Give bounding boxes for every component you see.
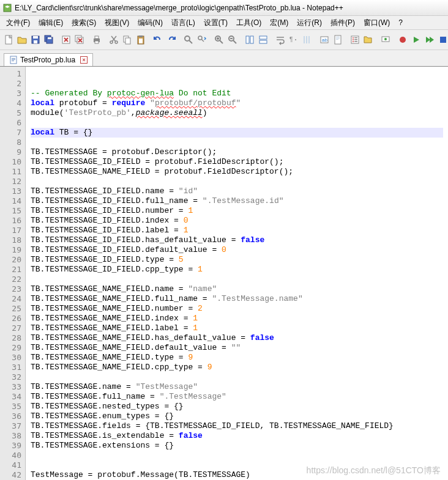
app-icon (2, 3, 12, 13)
line-number: 37 (1, 421, 21, 431)
line-number: 16 (1, 216, 21, 226)
zoom-out-icon[interactable] (226, 33, 239, 46)
redo-icon[interactable] (165, 33, 177, 46)
close-file-icon[interactable] (60, 33, 72, 46)
code-line[interactable]: TB.TESTMESSAGE_NAME_FIELD.has_default_va… (31, 333, 443, 343)
line-number: 12 (1, 177, 21, 186)
code-line[interactable] (31, 118, 443, 128)
show-all-icon[interactable]: ¶ (288, 33, 300, 46)
code-line[interactable]: TB.TESTMESSAGE_NAME_FIELD.cpp_type = 9 (31, 363, 443, 372)
code-content[interactable]: -- Generated By protoc-gen-lua Do not Ed… (26, 67, 448, 480)
code-line[interactable]: TB.TESTMESSAGE_ID_FIELD.label = 1 (31, 226, 443, 235)
code-line[interactable]: local protobuf = require "protobuf/proto… (31, 98, 443, 108)
menu-item[interactable]: ? (395, 17, 406, 28)
line-number: 11 (1, 167, 21, 177)
code-line[interactable]: TB.TESTMESSAGE.full_name = ".TestMessage… (31, 392, 443, 402)
code-line[interactable]: TB.TESTMESSAGE_NAME_FIELD.full_name = ".… (31, 294, 443, 304)
code-line[interactable]: TB.TESTMESSAGE.name = "TestMessage" (31, 382, 443, 392)
line-number: 21 (1, 265, 21, 275)
code-line[interactable]: TB.TESTMESSAGE.is_extendable = false (31, 431, 443, 441)
lang-icon[interactable]: ab (318, 33, 330, 46)
open-file-icon[interactable] (16, 33, 28, 46)
svg-rect-27 (259, 36, 267, 39)
replace-icon[interactable] (196, 33, 208, 46)
code-line[interactable] (31, 177, 443, 186)
menu-item[interactable]: 编码(N) (134, 17, 166, 29)
undo-icon[interactable] (152, 33, 164, 46)
code-line[interactable]: TB.TESTMESSAGE_NAME_FIELD = protobuf.Fie… (31, 167, 443, 177)
svg-point-39 (353, 39, 354, 40)
sync-h-icon[interactable] (257, 33, 269, 46)
line-number: 23 (1, 284, 21, 294)
sync-v-icon[interactable] (244, 33, 256, 46)
record-icon[interactable] (397, 33, 409, 46)
tab-close-icon[interactable]: × (80, 56, 88, 64)
menu-item[interactable]: 插件(P) (327, 17, 359, 29)
code-line[interactable]: TB.TESTMESSAGE_ID_FIELD.full_name = ".Te… (31, 196, 443, 206)
menu-item[interactable]: 窗口(W) (360, 17, 394, 29)
menu-item[interactable]: 文件(F) (2, 17, 34, 29)
code-line[interactable]: TB.TESTMESSAGE_ID_FIELD.number = 1 (31, 206, 443, 216)
find-icon[interactable] (182, 33, 195, 46)
line-number: 38 (1, 431, 21, 441)
menu-item[interactable]: 视图(V) (101, 17, 133, 29)
stop-icon[interactable] (437, 33, 448, 46)
code-line[interactable] (31, 138, 443, 147)
wrap-icon[interactable] (274, 33, 286, 46)
menu-item[interactable]: 编辑(E) (35, 17, 67, 29)
window-title: E:\LY_Card\client\src\trunk\share\messag… (15, 4, 343, 12)
code-line[interactable]: TB.TESTMESSAGE_NAME_FIELD.type = 9 (31, 353, 443, 363)
code-line[interactable]: TB.TESTMESSAGE_ID_FIELD.cpp_type = 1 (31, 265, 443, 275)
code-line[interactable]: TB.TESTMESSAGE_ID_FIELD.has_default_valu… (31, 235, 443, 245)
code-line[interactable]: TB.TESTMESSAGE.enum_types = {} (31, 412, 443, 421)
menu-item[interactable]: 宏(M) (266, 17, 292, 29)
menu-item[interactable]: 搜索(S) (68, 17, 100, 29)
paste-icon[interactable] (135, 33, 147, 46)
code-line[interactable]: module('TestProto_pb',package.seeall) (31, 108, 443, 118)
close-all-icon[interactable] (73, 33, 86, 46)
code-line[interactable]: TB.TESTMESSAGE.nested_types = {} (31, 402, 443, 412)
cut-icon[interactable] (108, 33, 120, 46)
play-multi-icon[interactable] (424, 33, 436, 46)
code-line[interactable]: TB.TESTMESSAGE.extensions = {} (31, 441, 443, 451)
code-line[interactable]: TB.TESTMESSAGE_NAME_FIELD.label = 1 (31, 323, 443, 333)
svg-point-21 (185, 36, 190, 41)
code-line[interactable]: TB.TESTMESSAGE_NAME_FIELD.default_value … (31, 343, 443, 353)
code-line[interactable]: TB.TESTMESSAGE.fields = {TB.TESTMESSAGE_… (31, 421, 443, 431)
indent-guide-icon[interactable] (301, 33, 313, 46)
folder-tree-icon[interactable] (362, 33, 375, 46)
zoom-in-icon[interactable] (213, 33, 225, 46)
code-line[interactable]: TB.TESTMESSAGE_ID_FIELD.default_value = … (31, 245, 443, 255)
menu-item[interactable]: 工具(O) (233, 17, 265, 29)
code-line[interactable]: TB.TESTMESSAGE_NAME_FIELD.name = "name" (31, 284, 443, 294)
menu-item[interactable]: 语言(L) (168, 17, 199, 29)
code-line[interactable]: TB.TESTMESSAGE_ID_FIELD = protobuf.Field… (31, 157, 443, 167)
code-line[interactable] (31, 372, 443, 382)
code-line[interactable]: TB.TESTMESSAGE = protobuf.Descriptor(); (31, 147, 443, 157)
new-file-icon[interactable] (2, 33, 15, 46)
code-line[interactable]: TB.TESTMESSAGE_ID_FIELD.name = "id" (31, 186, 443, 196)
code-line[interactable]: TB.TESTMESSAGE_NAME_FIELD.number = 2 (31, 304, 443, 314)
doc-map-icon[interactable] (332, 33, 344, 46)
line-number: 15 (1, 206, 21, 216)
copy-icon[interactable] (121, 33, 133, 46)
save-file-icon[interactable] (29, 33, 42, 46)
code-line[interactable]: -- Generated By protoc-gen-lua Do not Ed… (31, 89, 443, 98)
play-icon[interactable] (410, 33, 422, 46)
line-number: 32 (1, 372, 21, 382)
function-list-icon[interactable] (349, 33, 361, 46)
code-line[interactable]: TB.TESTMESSAGE_ID_FIELD.index = 0 (31, 216, 443, 226)
line-number: 29 (1, 343, 21, 353)
file-tab[interactable]: TestProto_pb.lua × (4, 53, 93, 66)
monitor-icon[interactable] (379, 33, 392, 46)
save-all-icon[interactable] (43, 33, 55, 46)
code-line[interactable]: local TB = {} (31, 128, 443, 138)
code-line[interactable] (31, 451, 443, 460)
menu-item[interactable]: 运行(R) (293, 17, 326, 29)
line-number: 13 (1, 186, 21, 196)
menu-item[interactable]: 设置(T) (200, 17, 231, 29)
print-icon[interactable] (91, 33, 103, 46)
code-line[interactable] (31, 275, 443, 284)
code-line[interactable]: TB.TESTMESSAGE_ID_FIELD.type = 5 (31, 255, 443, 265)
code-line[interactable]: TB.TESTMESSAGE_NAME_FIELD.index = 1 (31, 314, 443, 323)
